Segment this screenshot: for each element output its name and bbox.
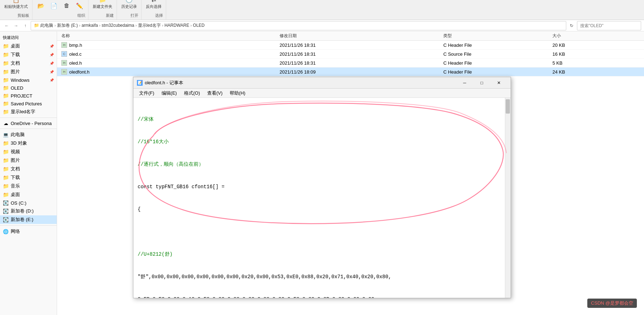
- file-icon: H: [61, 42, 67, 48]
- sidebar-item-label: 3D 对象: [11, 140, 27, 146]
- file-date: 2021/11/26 18:31: [280, 60, 443, 66]
- rename-button[interactable]: ✏️: [74, 1, 85, 10]
- sidebar-item-oled[interactable]: 📁 OLED: [0, 84, 57, 92]
- sidebar-item-pictures[interactable]: 📁 图片 📌: [0, 68, 57, 76]
- delete-button[interactable]: 🗑: [61, 1, 72, 10]
- notepad-titlebar: 📝 oledfont.h - 记事本 ─ □ ✕: [133, 77, 511, 89]
- invert-select-icon: ⇄: [149, 0, 158, 3]
- file-date: 2021/11/26 18:31: [280, 51, 443, 57]
- folder-icon: 📁: [3, 69, 9, 75]
- address-path[interactable]: 📁 此电脑 › 新加卷 (E:) › armkaifa › stm32cubed…: [31, 21, 566, 30]
- open-label: 打开: [131, 13, 138, 18]
- file-row-bmp[interactable]: H bmp.h 2021/11/26 18:31 C Header File 2…: [57, 41, 644, 50]
- file-size: 20 KB: [552, 42, 640, 48]
- notepad-content[interactable]: //宋体 //16*16大小 //逐行式，顺向（高位在前） const typF…: [133, 98, 511, 298]
- sidebar-item-label: 桌面: [11, 191, 20, 198]
- csdn-badge-text: CSDN @是梦都会空: [591, 300, 633, 306]
- sidebar-item-onedrive[interactable]: ☁ OneDrive - Persona: [0, 119, 57, 127]
- sidebar-item-downloads[interactable]: 📁 下载 📌: [0, 50, 57, 59]
- menu-format[interactable]: 格式(O): [181, 89, 203, 97]
- sidebar-item-label: 图片: [11, 69, 20, 75]
- invert-select-button[interactable]: ⇄ 反向选择: [144, 0, 163, 10]
- file-name-text: oled.c: [69, 51, 82, 57]
- sidebar-item-thispc[interactable]: 💻 此电脑: [0, 130, 57, 139]
- search-input[interactable]: [577, 21, 641, 30]
- notepad-title-text: oledfont.h - 记事本: [145, 80, 183, 86]
- sidebar-item-d-drive[interactable]: 💽 新加卷 (D:): [0, 207, 57, 215]
- menu-edit[interactable]: 编辑(E): [159, 89, 180, 97]
- sidebar-item-pics2[interactable]: 📁 图片: [0, 156, 57, 165]
- sidebar-item-label: 下载: [11, 51, 20, 58]
- col-type[interactable]: 类型: [443, 33, 552, 39]
- folder-icon: 📁: [3, 192, 9, 198]
- file-row-oledh[interactable]: H oled.h 2021/11/26 18:31 C Header File …: [57, 59, 644, 68]
- sidebar: 快速访问 📁 桌面 📌 📁 下载 📌 📁 文档 📌 📁 图片 📌: [0, 31, 57, 315]
- sidebar-item-label: 文档: [11, 60, 20, 66]
- sidebar-item-windows[interactable]: 📁 Windows 📌: [0, 76, 57, 84]
- sidebar-item-3dobjects[interactable]: 📁 3D 对象: [0, 139, 57, 148]
- pin-icon: 📌: [50, 61, 54, 65]
- sidebar-item-label: PROJECT: [11, 93, 32, 99]
- code-line-3: //逐行式，顺向（高位在前）: [138, 161, 506, 168]
- code-line-6: [138, 228, 506, 236]
- clipboard-section: 📋 粘贴快捷方式 剪贴板: [0, 0, 32, 20]
- notepad-scrollthumb[interactable]: [506, 99, 510, 114]
- sidebar-item-led[interactable]: 📁 显示led名字: [0, 108, 57, 116]
- history-button[interactable]: 🕐 历史记录: [120, 0, 138, 10]
- col-name[interactable]: 名称: [61, 33, 280, 39]
- drive-icon: 💽: [3, 200, 9, 206]
- menu-view[interactable]: 查看(V): [204, 89, 225, 97]
- sidebar-item-label: 显示led名字: [11, 109, 35, 115]
- file-type: C Header File: [443, 42, 552, 48]
- file-row-oledc[interactable]: C oled.c 2021/11/26 18:31 C Source File …: [57, 50, 644, 59]
- sidebar-item-desktop[interactable]: 📁 桌面 📌: [0, 42, 57, 50]
- sidebar-divider-3: [0, 225, 57, 226]
- window-controls: ─ □ ✕: [456, 77, 507, 89]
- folder-icon: 📁: [3, 183, 9, 189]
- minimize-button[interactable]: ─: [456, 77, 473, 89]
- up-button[interactable]: ↑: [21, 22, 29, 30]
- notepad-window: 📝 oledfont.h - 记事本 ─ □ ✕ 文件(F) 编辑(E) 格式(…: [133, 77, 511, 298]
- move-button[interactable]: 📂: [35, 1, 47, 10]
- code-line-5: {: [138, 206, 506, 213]
- sidebar-item-documents[interactable]: 📁 文档 📌: [0, 59, 57, 68]
- back-button[interactable]: ←: [3, 22, 11, 30]
- sidebar-item-e-drive[interactable]: 💽 新加卷 (E:): [0, 215, 57, 224]
- sidebar-item-network[interactable]: 🌐 网络: [0, 227, 57, 236]
- sidebar-item-dl2[interactable]: 📁 下载: [0, 173, 57, 182]
- copy-button[interactable]: 📄: [48, 1, 60, 10]
- sidebar-item-project[interactable]: 📁 PROJECT: [0, 92, 57, 100]
- organize-label: 组织: [77, 13, 85, 18]
- sidebar-item-music[interactable]: 📁 音乐: [0, 182, 57, 190]
- folder-icon: 📁: [3, 158, 9, 163]
- col-date[interactable]: 修改日期: [280, 33, 443, 39]
- pin-icon: 📌: [50, 44, 54, 48]
- menu-help[interactable]: 帮助(H): [227, 89, 248, 97]
- sidebar-item-videos[interactable]: 📁 视频: [0, 148, 57, 156]
- folder-icon: 📁: [3, 85, 9, 91]
- sidebar-item-label: 桌面: [11, 43, 20, 49]
- history-label: 历史记录: [121, 4, 137, 9]
- rename-icon: ✏️: [75, 2, 84, 9]
- sidebar-item-c-drive[interactable]: 💽 OS (C:): [0, 199, 57, 207]
- sidebar-item-saved-pictures[interactable]: 📁 Saved Pictures: [0, 100, 57, 108]
- folder-icon: 📁: [3, 140, 9, 146]
- maximize-button[interactable]: □: [474, 77, 490, 89]
- sidebar-item-desk2[interactable]: 📁 桌面: [0, 190, 57, 199]
- file-size: 5 KB: [552, 60, 640, 66]
- refresh-button[interactable]: ↻: [568, 22, 576, 30]
- sidebar-item-label: 新加卷 (D:): [11, 208, 34, 214]
- notepad-scrollbar[interactable]: [505, 98, 511, 298]
- paste-shortcut-button[interactable]: 📋 粘贴快捷方式: [3, 0, 29, 10]
- file-row-oledfont[interactable]: H oledfont.h 2021/11/26 18:09 C Header F…: [57, 68, 644, 76]
- close-button[interactable]: ✕: [491, 77, 507, 89]
- code-line-1: //宋体: [138, 116, 506, 123]
- file-icon: C: [61, 51, 67, 57]
- sidebar-item-docs2[interactable]: 📁 文档: [0, 165, 57, 173]
- forward-button[interactable]: →: [12, 22, 20, 30]
- code-line-8: "舒",0x00,0x00,0x00,0x00,0x00,0x00,0x20,0…: [138, 273, 506, 281]
- folder-icon: 📁: [3, 166, 9, 172]
- col-size[interactable]: 大小: [552, 33, 640, 39]
- menu-file[interactable]: 文件(F): [136, 89, 157, 97]
- new-folder-button[interactable]: 📁 新建文件夹: [91, 0, 114, 10]
